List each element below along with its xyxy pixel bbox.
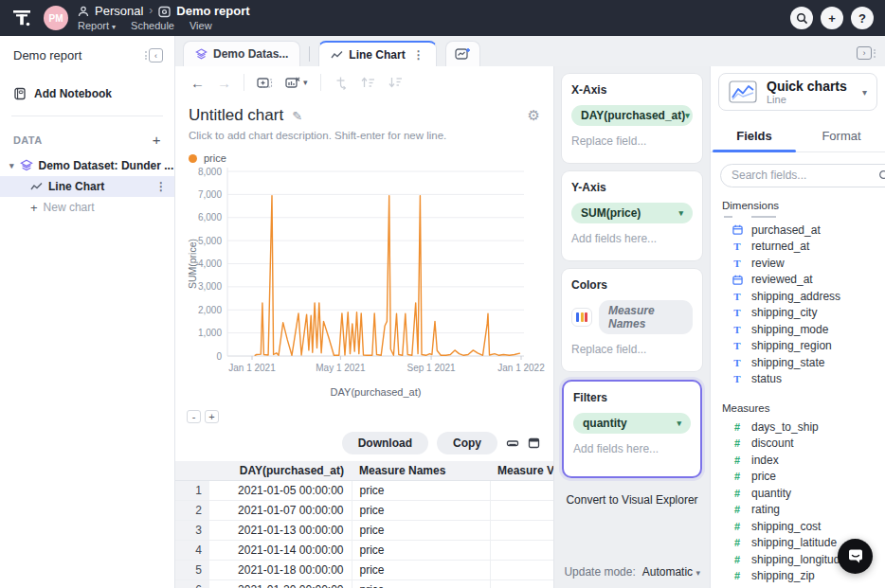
field-item-shipping_cost[interactable]: #shipping_cost (722, 518, 885, 535)
field-item-shipping_mode[interactable]: Tshipping_mode (722, 321, 885, 338)
zoom-in-button[interactable]: + (205, 410, 219, 423)
field-item-quantity[interactable]: #quantity (722, 485, 885, 502)
field-item-reviewed_at[interactable]: reviewed_at (722, 272, 885, 289)
delete-chart-button[interactable]: ▾ (285, 76, 308, 90)
tab-kebab-icon[interactable]: ⋮ (413, 48, 424, 62)
calendar-icon (731, 275, 743, 285)
field-item-shipping_region[interactable]: Tshipping_region (722, 338, 885, 355)
table-header-row: DAY(purchased_at)Measure NamesMeasure Va… (175, 461, 553, 481)
menu-view[interactable]: View (190, 20, 212, 32)
svg-text:4,000: 4,000 (198, 258, 222, 269)
download-button[interactable]: Download (342, 432, 428, 454)
duplicate-chart-button[interactable] (257, 76, 273, 90)
search-icon (878, 169, 885, 182)
field-label: review (751, 257, 785, 270)
chart-description-placeholder[interactable]: Click to add chart description. Shift-en… (175, 125, 553, 141)
collapse-left-icon: ‹ (149, 48, 163, 62)
legend-item[interactable]: price (175, 141, 553, 164)
new-chart-tab-button[interactable] (445, 41, 480, 66)
x-axis-replace-placeholder[interactable]: Replace field... (571, 134, 693, 148)
measure-name-cell: price (352, 541, 490, 561)
quick-charts-selector[interactable]: Quick charts Line ▾ (718, 73, 877, 111)
x-axis-field-pill[interactable]: DAY(purchased_at) ▾ (571, 105, 693, 126)
field-label: shipping_mode (751, 323, 828, 336)
field-item-rating[interactable]: #rating (722, 502, 885, 519)
help-button[interactable]: ? (851, 7, 874, 29)
update-mode-select[interactable]: Automatic ▾ (642, 565, 700, 579)
avatar[interactable]: PM (44, 6, 68, 30)
y-axis-field-pill[interactable]: SUM(price) ▾ (571, 203, 693, 223)
sort-descending-button[interactable] (388, 76, 403, 89)
table-row: 52021-01-18 00:00:00price (175, 561, 553, 580)
editor-toolbar: ← → ▾ (175, 66, 553, 98)
svg-text:May 1 2021: May 1 2021 (316, 363, 366, 373)
field-item-status[interactable]: Tstatus (722, 371, 885, 388)
field-label: shipping_region (751, 339, 832, 352)
chart-title[interactable]: Untitled chart (189, 106, 283, 125)
svg-text:DAY(purchased_at): DAY(purchased_at) (331, 386, 422, 398)
tab-format[interactable]: Format (798, 121, 885, 151)
sidebar-item-dataset[interactable]: ▾ Demo Dataset: Dunder ... (0, 155, 174, 176)
field-item-discount[interactable]: #discount (722, 436, 885, 453)
chat-widget-button[interactable] (838, 539, 873, 574)
redo-button[interactable]: → (217, 75, 231, 91)
date-cell: 2021-01-14 00:00:00 (209, 541, 352, 561)
field-item-shipping_city[interactable]: Tshipping_city (722, 305, 885, 322)
sidebar-divider (11, 116, 163, 116)
edit-title-icon[interactable]: ✎ (292, 109, 302, 123)
search-button[interactable] (790, 7, 813, 29)
filters-add-placeholder[interactable]: Add fields here... (573, 442, 691, 455)
field-item-days_to_ship[interactable]: #days_to_ship (722, 419, 885, 436)
sort-ascending-button[interactable] (360, 76, 375, 89)
collapse-table-icon[interactable] (506, 437, 519, 449)
convert-to-visual-explorer-button[interactable]: Convert to Visual Explorer (562, 487, 702, 513)
field-label: shipping_state (751, 356, 824, 369)
field-item-shipping_state[interactable]: Tshipping_state (722, 354, 885, 371)
date-cell: 2021-01-18 00:00:00 (209, 561, 352, 580)
move-field-button[interactable] (334, 76, 348, 90)
add-data-button[interactable]: + (153, 132, 161, 148)
line-chart[interactable]: 01,0002,0003,0004,0005,0006,0007,0008,00… (175, 164, 553, 402)
filters-field-pill[interactable]: quantity ▾ (573, 413, 691, 434)
sidebar-item-new-chart[interactable]: + New chart (0, 197, 174, 218)
field-label: purchased_at (751, 223, 821, 237)
y-axis-add-placeholder[interactable]: Add fields here... (571, 232, 693, 245)
tab-line-chart[interactable]: Line Chart ⋮ (318, 41, 436, 66)
field-item-shipping_address[interactable]: Tshipping_address (722, 288, 885, 305)
x-axis-card: X-Axis DAY(purchased_at) ▾ Replace field… (562, 74, 702, 163)
sidebar-item-line-chart[interactable]: Line Chart ⋮ (0, 176, 174, 197)
tab-demo-dataset[interactable]: Demo Datas... (183, 41, 300, 66)
zoom-out-button[interactable]: - (187, 410, 201, 423)
colors-replace-placeholder[interactable]: Replace field... (571, 343, 693, 356)
menu-report[interactable]: Report ▾ (78, 20, 116, 32)
tab-fields[interactable]: Fields (711, 121, 798, 151)
chart-settings-icon[interactable]: ⚙ (528, 107, 540, 124)
workspace-name[interactable]: Personal (95, 5, 143, 19)
table-row: 32021-01-13 00:00:00price (175, 521, 553, 541)
copy-button[interactable]: Copy (437, 432, 497, 454)
field-item-review[interactable]: Treview (722, 255, 885, 272)
colors-field-pill[interactable]: Measure Names (599, 300, 693, 334)
app-logo-icon[interactable] (9, 7, 34, 29)
measure-name-cell: price (352, 561, 490, 580)
field-item-purchased_at[interactable]: purchased_at (722, 222, 885, 239)
field-item-returned_at[interactable]: Treturned_at (722, 239, 885, 256)
field-item-price[interactable]: #price (722, 469, 885, 486)
table-corner-header (175, 461, 209, 481)
panel-collapse-button[interactable]: › (857, 46, 876, 60)
field-item-index[interactable]: #index (722, 452, 885, 469)
expand-table-icon[interactable] (528, 437, 540, 449)
svg-text:Jan 1 2021: Jan 1 2021 (228, 363, 276, 373)
undo-button[interactable]: ← (190, 75, 205, 91)
fields-format-tabs: Fields Format (711, 121, 885, 152)
svg-text:5,000: 5,000 (198, 236, 222, 246)
measure-name-cell: price (352, 521, 490, 541)
search-fields-input[interactable] (731, 169, 878, 182)
add-button[interactable]: + (821, 7, 843, 29)
add-chart-icon (455, 47, 471, 61)
sidebar-collapse-button[interactable]: ‹ (145, 48, 163, 62)
kebab-menu-icon[interactable]: ⋮ (155, 180, 167, 193)
field-label: quantity (751, 487, 791, 500)
menu-schedule[interactable]: Schedule (131, 20, 174, 32)
add-notebook-button[interactable]: Add Notebook (13, 87, 161, 100)
